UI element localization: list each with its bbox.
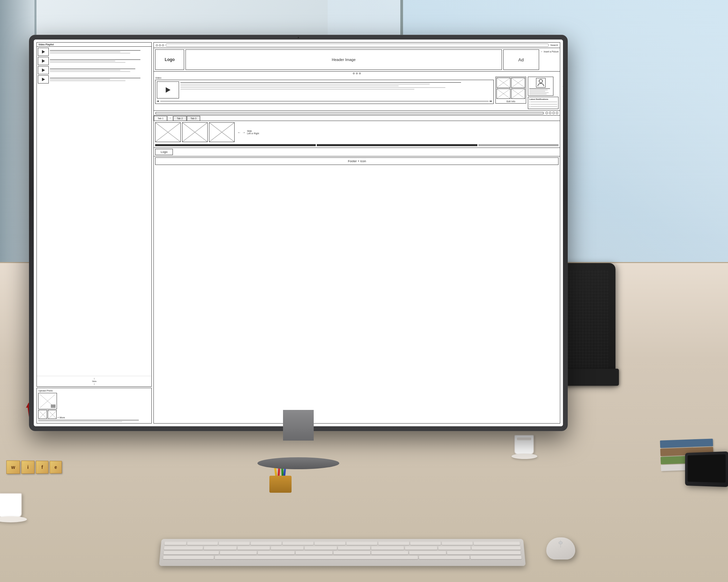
x-svg-tab-2 xyxy=(182,123,207,142)
left-arrow-icon: ← xyxy=(237,131,241,134)
key xyxy=(304,546,337,550)
upload-grid: + More xyxy=(38,393,65,419)
monitor-screen: Video Playlist xyxy=(34,40,563,426)
edit-info-cell-4 xyxy=(511,89,525,99)
video-controls: ⏮ ⏭ xyxy=(157,100,492,102)
logo-box: Logo xyxy=(155,49,184,70)
video-thumb-1 xyxy=(38,48,49,56)
key xyxy=(442,542,473,545)
key xyxy=(419,556,470,559)
tab-3[interactable]: Tab 3 xyxy=(187,116,200,121)
key xyxy=(251,542,282,545)
text-line xyxy=(38,420,139,420)
edit-info-grid xyxy=(496,77,526,99)
key xyxy=(438,546,471,550)
right-arrow-icon: → xyxy=(242,131,246,134)
text-line xyxy=(50,53,130,53)
text-line xyxy=(50,78,140,78)
edit-info-label: Edit Info xyxy=(496,99,526,103)
footer-logo-row: Logo xyxy=(154,148,560,156)
coffee-cup-left xyxy=(0,484,30,524)
tab-add-btn[interactable]: + xyxy=(167,116,173,121)
key xyxy=(378,542,409,545)
control-dots xyxy=(546,112,558,114)
slide-arrows: ↑ Slide ↓ xyxy=(37,376,151,386)
key xyxy=(371,551,408,554)
x-lines-sm2 xyxy=(48,410,56,418)
text-line xyxy=(50,62,125,63)
text-line xyxy=(50,59,140,60)
edit-info-cell-3 xyxy=(496,89,510,99)
video-section: Video xyxy=(155,77,494,104)
tab-1[interactable]: Tab 1 xyxy=(154,116,167,121)
upload-box-sm-1 xyxy=(38,410,47,419)
upload-photo-label: Upload Photo xyxy=(38,389,150,392)
ctrl-dot-1 xyxy=(546,112,548,114)
bar-light xyxy=(478,144,559,146)
notifications-title: Latest Notifications xyxy=(529,98,557,100)
person-icon xyxy=(537,79,544,87)
text-line xyxy=(529,88,550,89)
notifications-box: Latest Notifications • • xyxy=(528,97,559,109)
x-svg-4 xyxy=(511,89,525,98)
key xyxy=(338,546,370,550)
text-line xyxy=(50,79,110,80)
key xyxy=(163,551,219,554)
browser-dot-1 xyxy=(156,44,158,46)
tab-image-2 xyxy=(182,122,208,142)
edit-info-cell-2 xyxy=(511,78,525,88)
tablet-screen xyxy=(687,454,726,483)
right-side: ← Information Latest Notifications • xyxy=(528,77,559,109)
video-viewport xyxy=(157,81,179,98)
svg-line-4 xyxy=(48,410,56,418)
x-svg-3 xyxy=(497,89,510,98)
key xyxy=(447,551,521,554)
ctrl-dot-2 xyxy=(549,112,551,114)
upload-box-large xyxy=(38,393,57,409)
video-item-3 xyxy=(38,66,150,74)
notif-line-2 xyxy=(531,104,557,105)
text-line xyxy=(38,421,122,422)
notif-line-3 xyxy=(531,106,557,107)
video-player-box: ⏮ ⏭ xyxy=(155,80,494,104)
profile-text xyxy=(529,88,552,94)
keyboard[interactable] xyxy=(159,539,525,566)
key xyxy=(237,546,270,550)
monitor-bezel: Video Playlist xyxy=(29,35,568,431)
slide-arrows-lr: ← → xyxy=(237,131,246,134)
book-1 xyxy=(660,439,713,448)
slider-dot-3 xyxy=(359,73,361,74)
color-swatch xyxy=(51,404,56,408)
play-icon-2 xyxy=(42,59,45,63)
text-line xyxy=(50,50,140,51)
key xyxy=(282,542,313,545)
text-line xyxy=(180,87,445,88)
key xyxy=(296,551,332,554)
key xyxy=(410,542,441,545)
key xyxy=(314,542,345,545)
key xyxy=(219,542,250,545)
slider-dot-1 xyxy=(353,73,355,74)
x-svg-2 xyxy=(511,78,525,88)
tab-2[interactable]: Tab 2 xyxy=(173,116,187,121)
key xyxy=(405,546,437,550)
upload-row-1 xyxy=(38,393,65,409)
mouse[interactable] xyxy=(546,537,575,560)
key xyxy=(470,556,521,559)
video-info-3 xyxy=(50,68,150,72)
tablet xyxy=(685,451,728,487)
key-row-spacebar xyxy=(163,556,521,559)
video-section-label: Video xyxy=(155,77,494,79)
x-svg-tab-1 xyxy=(155,123,180,142)
progress-bar-1 xyxy=(155,112,544,114)
browser-url-bar[interactable] xyxy=(166,44,549,47)
key xyxy=(164,546,203,550)
middle-section: Video xyxy=(154,75,560,111)
text-line xyxy=(180,84,430,85)
ad-box: Ad xyxy=(503,49,539,70)
slide-annotation: Slide Left or Right xyxy=(247,130,259,135)
bullet-2: • xyxy=(529,103,530,105)
browser-search-label: Search xyxy=(550,44,558,46)
rewind-icon: ⏮ xyxy=(157,100,159,102)
video-info-4 xyxy=(50,78,150,81)
